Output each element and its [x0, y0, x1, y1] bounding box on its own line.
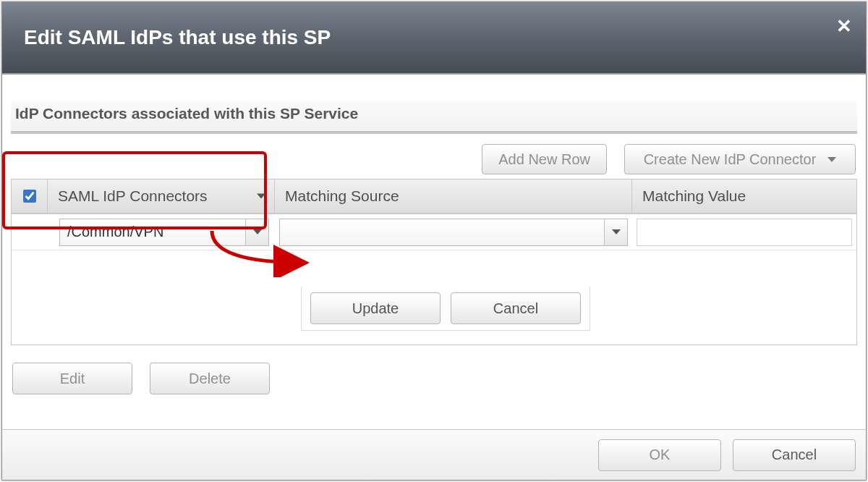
edit-button[interactable]: Edit — [12, 363, 132, 394]
grid-bottom-actions: Edit Delete — [11, 363, 857, 394]
select-all-checkbox[interactable] — [23, 190, 36, 203]
matching-source-select[interactable] — [279, 219, 628, 246]
inline-actions-bar: Update Cancel — [301, 287, 590, 331]
ok-button[interactable]: OK — [598, 439, 721, 471]
row-connectors-cell: /Common/VPN — [48, 216, 275, 249]
column-header-connectors[interactable]: SAML IdP Connectors — [48, 179, 275, 213]
dialog-content: IdP Connectors associated with this SP S… — [2, 75, 866, 429]
update-button[interactable]: Update — [310, 292, 441, 324]
matching-value-input[interactable] — [637, 219, 852, 246]
chevron-down-icon[interactable] — [245, 219, 268, 245]
close-icon[interactable]: ✕ — [835, 18, 853, 35]
dialog-title: Edit SAML IdPs that use this SP — [24, 26, 331, 49]
idp-connector-value: /Common/VPN — [60, 224, 245, 240]
connectors-grid: SAML IdP Connectors Matching Source Matc… — [11, 179, 857, 345]
grid-body: /Common/VPN — [12, 214, 856, 344]
dialog-footer: OK Cancel — [2, 429, 866, 480]
dialog: Edit SAML IdPs that use this SP ✕ IdP Co… — [1, 1, 867, 481]
titlebar: Edit SAML IdPs that use this SP ✕ — [2, 2, 866, 75]
table-row[interactable]: /Common/VPN — [12, 214, 856, 250]
cancel-button[interactable]: Cancel — [733, 439, 856, 471]
section-heading: IdP Connectors associated with this SP S… — [11, 101, 857, 134]
column-header-source[interactable]: Matching Source — [275, 179, 632, 213]
column-header-value[interactable]: Matching Value — [632, 179, 856, 213]
chevron-down-icon[interactable] — [604, 219, 627, 245]
delete-button[interactable]: Delete — [150, 363, 270, 394]
grid-header: SAML IdP Connectors Matching Source Matc… — [12, 179, 856, 214]
matching-value-text — [637, 232, 851, 232]
row-value-cell — [632, 216, 856, 249]
cancel-inline-button[interactable]: Cancel — [451, 292, 581, 324]
add-new-row-button[interactable]: Add New Row — [482, 144, 607, 174]
column-header-checkbox[interactable] — [12, 179, 48, 213]
create-new-idp-connector-button[interactable]: Create New IdP Connector — [624, 144, 856, 174]
row-source-cell — [275, 216, 632, 249]
matching-source-value — [280, 232, 604, 232]
idp-connector-select[interactable]: /Common/VPN — [59, 219, 269, 246]
grid-toolbar: Add New Row Create New IdP Connector — [11, 144, 857, 174]
